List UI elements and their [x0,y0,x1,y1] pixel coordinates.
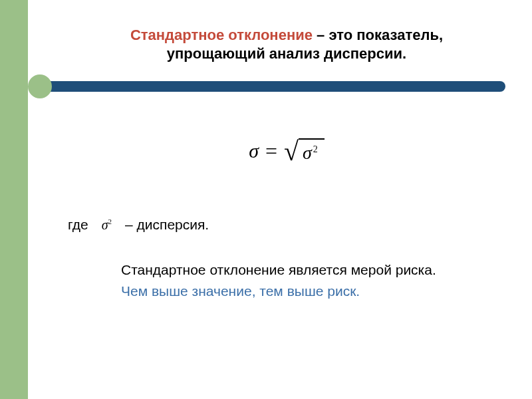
sqrt-icon: √ [284,141,299,162]
where-definition-text: – дисперсия. [125,217,209,233]
formula-sqrt: √ σ2 [284,138,325,164]
body-line2: Чем выше значение, тем выше риск. [121,281,505,302]
formula-exponent: 2 [313,144,318,154]
left-accent-band [0,0,28,399]
where-definition: где σ2 – дисперсия. [68,217,505,233]
body-line1: Стандартное отклонение является мерой ри… [121,259,505,281]
slide-title: Стандартное отклонение – это показатель,… [68,27,505,63]
formula-lhs: σ [249,140,259,162]
title-line2: упрощающий анализ дисперсии. [68,45,505,63]
slide-content: Стандартное отклонение – это показатель,… [28,0,532,328]
divider [28,74,505,98]
where-symbol: σ [102,217,108,232]
title-rest: – это показатель, [313,27,443,43]
body-text: Стандартное отклонение является мерой ри… [121,259,505,301]
title-highlighted: Стандартное отклонение [130,27,313,43]
divider-line [44,81,505,92]
divider-circle-icon [28,74,52,98]
main-formula: σ = √ σ2 [68,138,505,164]
where-exponent: 2 [108,217,112,225]
where-label: где [68,217,88,233]
formula-sqrt-inner: σ [303,142,312,163]
formula-equals: = [265,139,277,164]
